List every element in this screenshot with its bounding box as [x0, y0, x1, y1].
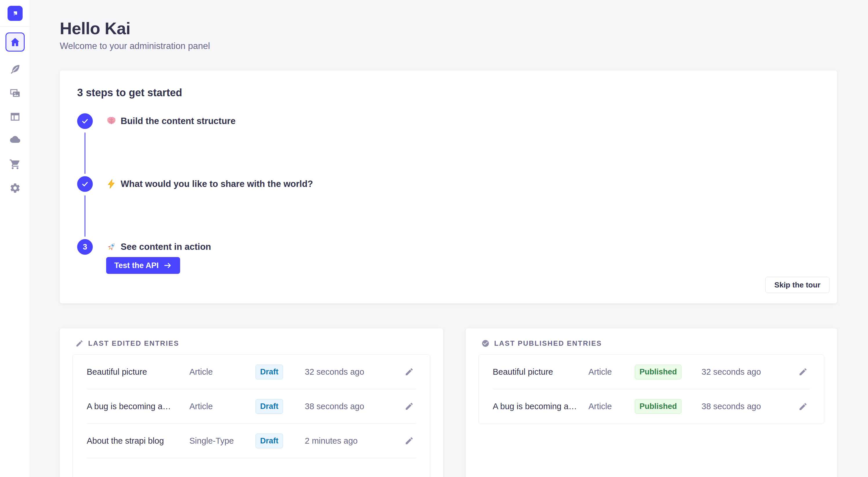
- guided-tour-title: 3 steps to get started: [77, 87, 819, 99]
- sidebar: [0, 0, 30, 477]
- table-row: Beautiful picture Article Draft 32 secon…: [87, 355, 416, 389]
- last-published-table: Beautiful picture Article Published 32 s…: [478, 354, 824, 424]
- sidebar-item-marketplace[interactable]: [9, 158, 21, 170]
- page-subtitle: Welcome to your administration panel: [60, 41, 837, 51]
- skip-tour-button[interactable]: Skip the tour: [765, 277, 830, 293]
- pencil-icon: [798, 367, 808, 376]
- feather-icon: [9, 64, 21, 75]
- sidebar-item-content-manager[interactable]: [9, 63, 21, 75]
- sidebar-item-settings[interactable]: [9, 182, 21, 194]
- pencil-icon: [405, 436, 414, 445]
- sidebar-item-cloud[interactable]: [9, 134, 21, 147]
- entry-title: Beautiful picture: [87, 367, 189, 377]
- pencil-icon: [798, 402, 808, 411]
- tour-step-share-with-world: What would you like to share with the wo…: [77, 176, 819, 192]
- table-row: About the strapi blog Single-Type Draft …: [87, 424, 416, 458]
- pencil-icon: [75, 339, 84, 347]
- tour-step-see-content-in-action: 3 See conte: [77, 239, 819, 274]
- tour-step-build-content-structure: Build the content structure: [77, 113, 819, 129]
- cloud-icon: [9, 135, 21, 146]
- sidebar-logo-area: [0, 0, 30, 27]
- test-api-label: Test the API: [114, 261, 159, 270]
- pencil-icon: [405, 367, 414, 376]
- entry-title: About the strapi blog: [87, 436, 189, 446]
- last-edited-title: LAST EDITED ENTRIES: [88, 339, 179, 347]
- cart-icon: [9, 159, 21, 170]
- entry-type: Single-Type: [189, 436, 255, 446]
- rocket-emoji-icon: [106, 242, 117, 252]
- last-published-title: LAST PUBLISHED ENTRIES: [494, 339, 602, 347]
- edit-entry-button[interactable]: [402, 365, 416, 379]
- page-title: Hello Kai: [60, 19, 837, 38]
- guided-tour-steps: Build the content structure What would: [77, 113, 819, 274]
- last-edited-entries-panel: LAST EDITED ENTRIES Beautiful picture Ar…: [60, 328, 443, 477]
- sidebar-item-media-library[interactable]: [9, 87, 21, 99]
- sidebar-nav: [5, 32, 25, 194]
- status-badge: Published: [635, 399, 682, 414]
- entry-time: 32 seconds ago: [702, 367, 796, 377]
- entry-type: Article: [189, 402, 255, 411]
- entry-time: 2 minutes ago: [305, 436, 402, 446]
- sidebar-item-content-type-builder[interactable]: [9, 111, 21, 123]
- step-text: What would you like to share with the wo…: [121, 179, 313, 189]
- table-row: A bug is becoming a… Article Draft 38 se…: [87, 389, 416, 424]
- sidebar-item-home[interactable]: [5, 32, 25, 52]
- edit-entry-button[interactable]: [796, 365, 810, 379]
- strapi-logo[interactable]: [7, 6, 23, 21]
- entry-title: Beautiful picture: [493, 367, 588, 377]
- step-text: Build the content structure: [121, 116, 236, 126]
- media-library-icon: [9, 87, 21, 99]
- entry-time: 32 seconds ago: [305, 367, 402, 377]
- arrow-right-icon: [163, 261, 172, 270]
- check-circle-icon: [482, 339, 490, 347]
- status-badge: Draft: [255, 365, 283, 379]
- edit-entry-button[interactable]: [402, 434, 416, 448]
- entry-type: Article: [189, 367, 255, 377]
- layout-icon: [9, 111, 21, 123]
- page-header: Hello Kai Welcome to your administration…: [60, 19, 837, 51]
- edit-entry-button[interactable]: [402, 399, 416, 413]
- step-number-circle: 3: [77, 239, 93, 255]
- entries-panels: LAST EDITED ENTRIES Beautiful picture Ar…: [60, 328, 837, 477]
- test-api-button[interactable]: Test the API: [106, 257, 180, 274]
- entry-title: A bug is becoming a…: [87, 402, 189, 411]
- last-edited-table: Beautiful picture Article Draft 32 secon…: [72, 354, 430, 477]
- last-published-header: LAST PUBLISHED ENTRIES: [478, 338, 824, 349]
- entry-type: Article: [588, 367, 635, 377]
- pencil-icon: [405, 402, 414, 411]
- strapi-admin-app: Hello Kai Welcome to your administration…: [0, 0, 868, 477]
- entry-title: A bug is becoming a…: [493, 402, 588, 411]
- last-published-entries-panel: LAST PUBLISHED ENTRIES Beautiful picture…: [466, 328, 837, 477]
- step-label: Build the content structure: [106, 113, 819, 129]
- step-done-check-icon: [77, 113, 93, 129]
- table-row: A bug is becoming a… Article Published 3…: [493, 389, 810, 424]
- entry-time: 38 seconds ago: [305, 402, 402, 411]
- brain-emoji-icon: [106, 116, 117, 126]
- status-badge: Draft: [255, 399, 283, 414]
- last-edited-header: LAST EDITED ENTRIES: [72, 338, 430, 349]
- strapi-logo-icon: [11, 9, 20, 18]
- status-badge: Draft: [255, 434, 283, 448]
- status-badge: Published: [635, 365, 682, 379]
- step-label: See content in action: [106, 239, 819, 255]
- edit-entry-button[interactable]: [796, 400, 810, 413]
- entry-time: 38 seconds ago: [702, 402, 796, 411]
- step-label: What would you like to share with the wo…: [106, 176, 819, 192]
- guided-tour-card: 3 steps to get started Build the co: [60, 70, 837, 303]
- gear-icon: [9, 182, 21, 194]
- lightning-emoji-icon: [106, 179, 117, 189]
- step-text: See content in action: [121, 242, 211, 252]
- main-content: Hello Kai Welcome to your administration…: [30, 0, 868, 477]
- table-row: Beautiful picture Article Published 32 s…: [493, 355, 810, 389]
- entry-type: Article: [588, 402, 635, 411]
- home-icon: [9, 36, 21, 47]
- step-done-check-icon: [77, 176, 93, 192]
